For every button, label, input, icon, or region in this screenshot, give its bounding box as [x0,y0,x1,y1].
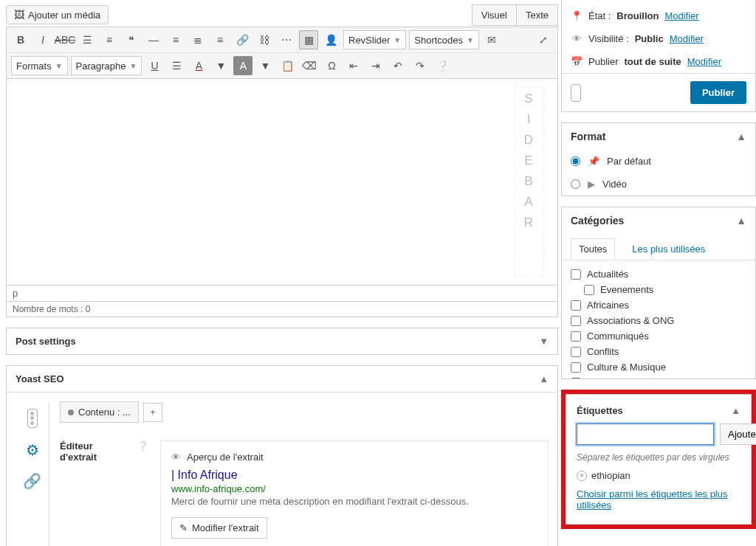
state-label: État : [588,10,611,21]
chevron-up-icon: ▲ [539,373,549,384]
paragraph-select[interactable]: Paragraphe ▼ [71,56,142,75]
snippet-title[interactable]: | Info Afrique [171,469,537,482]
cat-checkbox[interactable] [571,269,581,280]
yoast-toggle[interactable]: Yoast SEO ▲ [7,366,557,392]
eye-icon: 👁 [571,33,583,44]
cat-checkbox[interactable] [571,331,581,342]
align-center-button[interactable]: ≣ [188,30,207,49]
bg-color-button[interactable]: A [233,56,252,75]
tags-add-button[interactable]: Ajouter [720,424,756,445]
eye-icon: 👁 [171,452,181,463]
cat-label: Evenements [600,284,653,295]
clear-format-button[interactable]: ⌫ [300,56,319,75]
revslider-select[interactable]: RevSlider ▼ [343,30,406,49]
cat-tab-most[interactable]: Les plus utilisées [624,238,713,260]
post-settings-title: Post settings [16,336,76,347]
edit-state-link[interactable]: Modifier [664,10,698,21]
format-toggle[interactable]: Format ▲ [562,123,755,150]
cat-label: Conflits [587,346,619,357]
unlink-button[interactable]: ⛓ [255,30,274,49]
help-button[interactable]: ❔ [433,56,452,75]
choose-popular-tags-link[interactable]: Choisir parmi les étiquettes les plus ut… [577,488,727,511]
remove-tag-button[interactable]: × [577,471,587,481]
word-count: Nombre de mots : 0 [6,302,558,317]
status-dot-icon [68,410,74,415]
special-char-button[interactable]: Ω [322,56,341,75]
add-keyword-button[interactable]: + [143,403,162,422]
toolbar-toggle-button[interactable]: ▦ [299,30,318,49]
tags-input[interactable] [577,424,714,445]
publish-button[interactable]: Publier [690,81,746,104]
format-video-radio[interactable] [571,179,580,189]
cat-tab-all[interactable]: Toutes [571,238,615,260]
paste-text-button[interactable]: 📋 [278,56,297,75]
cat-checkbox[interactable] [571,362,581,373]
seo-traffic-light-icon[interactable] [571,84,581,102]
format-default-radio[interactable] [571,156,580,166]
tab-text[interactable]: Texte [517,4,558,26]
bold-button[interactable]: B [11,30,30,49]
schedule-label: Publier [588,56,618,67]
align-right-button[interactable]: ≡ [210,30,230,49]
more-button[interactable]: ⋯ [277,30,296,49]
snippet-url[interactable]: www.info-afrique.com/ [171,483,537,494]
snippet-desc[interactable]: Merci de fournir une méta description en… [171,496,537,507]
seo-traffic-light-icon[interactable] [27,409,38,428]
chevron-up-icon: ▲ [736,215,746,227]
gear-icon[interactable]: ⚙ [26,441,39,459]
shortcodes-select[interactable]: Shortcodes ▼ [409,30,479,49]
underline-button[interactable]: U [145,56,164,75]
help-icon[interactable]: ❔ [137,440,148,452]
visibility-label: Visibilité : [588,33,629,44]
tab-visual[interactable]: Visuel [472,4,517,26]
ul-button[interactable]: ☰ [78,30,97,49]
envelope-icon[interactable]: ✉ [482,30,501,49]
share-icon[interactable]: 🔗 [23,472,41,490]
link-button[interactable]: 🔗 [233,30,252,49]
categories-title: Catégories [571,215,624,227]
cat-checkbox[interactable] [571,316,581,326]
pencil-icon: ✎ [179,522,188,533]
post-settings-toggle[interactable]: Post settings ▼ [7,328,557,354]
cat-label: Africaines [587,300,629,311]
formats-label: Formats [16,61,52,72]
custom-icon-button[interactable]: 👤 [321,30,340,49]
tags-title: Étiquettes [577,405,623,416]
quote-button[interactable]: ❝ [122,30,141,49]
visibility-value: Public [635,33,664,44]
schedule-value: tout de suite [624,56,681,67]
element-path[interactable]: p [6,286,558,302]
hr-button[interactable]: — [144,30,163,49]
edit-visibility-link[interactable]: Modifier [670,33,704,44]
strike-button[interactable]: ABC [55,30,75,49]
cat-checkbox[interactable] [584,285,594,295]
cat-checkbox[interactable] [571,300,581,311]
content-pill[interactable]: Contenu : ... [60,401,139,423]
undo-button[interactable]: ↶ [388,56,408,75]
redo-button[interactable]: ↷ [410,56,430,75]
bg-color-picker[interactable]: ▼ [255,56,275,75]
outdent-button[interactable]: ⇤ [344,56,363,75]
add-media-button[interactable]: 🖼 Ajouter un média [6,5,109,24]
align-left-button[interactable]: ≡ [166,30,185,49]
formats-select[interactable]: Formats ▼ [11,56,68,75]
justify-button[interactable]: ☰ [167,56,186,75]
cat-label: Communiqués [587,331,649,342]
categories-toggle[interactable]: Catégories ▲ [562,207,755,234]
cat-checkbox[interactable] [571,347,581,357]
pin-icon: 📍 [571,10,583,21]
cat-label: Associations & ONG [587,315,675,326]
text-color-picker[interactable]: ▼ [211,56,230,75]
chevron-down-icon: ▼ [539,336,549,347]
fullscreen-button[interactable]: ⤢ [534,30,553,49]
ol-button[interactable]: ≡ [100,30,119,49]
tags-toggle[interactable]: Étiquettes ▲ [577,405,740,424]
text-color-button[interactable]: A [189,56,208,75]
indent-button[interactable]: ⇥ [366,56,385,75]
editor-canvas[interactable]: SIDEBAR [6,79,558,286]
italic-button[interactable]: I [33,30,52,49]
cat-checkbox[interactable] [571,378,581,379]
edit-schedule-link[interactable]: Modifier [687,56,721,67]
edit-snippet-button[interactable]: ✎ Modifier l'extrait [171,517,267,539]
format-video-label: Vidéo [602,179,627,190]
